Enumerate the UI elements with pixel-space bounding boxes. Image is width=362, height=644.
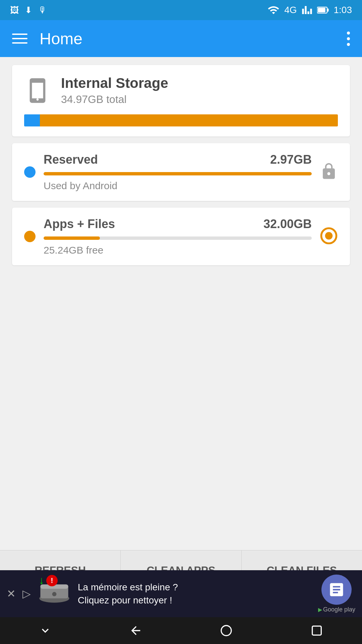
network-type: 4G (284, 5, 297, 15)
storage-card-header: Internal Storage 34.97GB total (24, 75, 338, 106)
apps-content: Apps + Files 32.00GB 25.24GB free (44, 217, 312, 256)
ad-close-button[interactable]: ✕ (7, 587, 16, 600)
reserved-sub: Used by Android (44, 180, 117, 191)
clock: 1:03 (334, 5, 352, 15)
storage-title: Internal Storage (61, 75, 168, 91)
apps-sub: 25.24GB free (44, 245, 103, 256)
nav-back-button[interactable] (129, 624, 142, 637)
reserved-title-row: Reserved 2.97GB (44, 153, 312, 167)
app-bar: Home (0, 20, 362, 57)
nav-bar (0, 617, 362, 644)
reserved-card: Reserved 2.97GB Used by Android (12, 143, 350, 201)
image-icon: 🖼 (10, 5, 19, 15)
reserved-size: 2.97GB (270, 153, 312, 167)
ad-play-button[interactable]: ▷ (22, 587, 31, 600)
apps-files-row: Apps + Files 32.00GB 25.24GB free (24, 217, 338, 256)
storage-info: Internal Storage 34.97GB total (61, 75, 168, 106)
google-play-badge: ▶ Google play (318, 606, 355, 613)
lock-icon (320, 162, 338, 182)
ad-text: La mémoire est pleine ? Cliquez pour net… (78, 581, 311, 607)
page-title: Home (40, 30, 347, 48)
mic-icon: 🎙 (38, 5, 47, 15)
reserved-bar-fill (44, 172, 312, 175)
apps-bar-fill (44, 236, 100, 240)
menu-button[interactable] (12, 34, 27, 44)
nav-home-button[interactable] (220, 624, 233, 637)
reserved-bar (44, 172, 312, 175)
reserved-content: Reserved 2.97GB Used by Android (44, 153, 312, 192)
storage-bar-used (24, 114, 40, 126)
status-icons-left: 🖼 ⬇ 🎙 (10, 5, 47, 15)
svg-point-9 (221, 626, 231, 636)
apps-title-row: Apps + Files 32.00GB (44, 217, 312, 231)
ad-app-icon[interactable] (321, 575, 352, 605)
nav-down-button[interactable] (39, 624, 52, 637)
svg-rect-1 (327, 9, 329, 12)
radio-icon (320, 227, 338, 246)
svg-rect-10 (312, 626, 321, 635)
svg-point-8 (52, 592, 57, 596)
apps-size: 32.00GB (263, 217, 312, 231)
battery-icon (317, 5, 329, 15)
svg-point-4 (325, 232, 333, 240)
main-content: Internal Storage 34.97GB total Reserved … (0, 57, 362, 280)
apps-files-card: Apps + Files 32.00GB 25.24GB free (12, 208, 350, 265)
apps-label: Apps + Files (44, 217, 115, 231)
ad-warning-icon: ! (46, 575, 58, 586)
phone-icon (24, 75, 51, 106)
storage-progress-bar (24, 114, 338, 126)
download-icon: ⬇ (25, 5, 32, 15)
apps-bar (44, 236, 312, 240)
ad-banner[interactable]: ✕ ▷ ↓ ! La mémoire est pleine ? Cliquez … (0, 570, 362, 617)
ad-down-arrow: ↓ (39, 574, 44, 587)
storage-bar-reserved (40, 114, 338, 126)
wifi-icon (267, 4, 280, 16)
svg-rect-2 (318, 8, 325, 12)
storage-total: 34.97GB total (61, 93, 168, 106)
signal-icon (302, 4, 312, 16)
reserved-dot (24, 166, 36, 178)
ad-icon-group: ↓ ! (38, 577, 71, 610)
overflow-menu-button[interactable] (347, 32, 350, 46)
internal-storage-card: Internal Storage 34.97GB total (12, 65, 350, 137)
reserved-row: Reserved 2.97GB Used by Android (24, 153, 338, 192)
reserved-label: Reserved (44, 153, 98, 167)
apps-dot (24, 231, 36, 242)
status-icons-right: 4G 1:03 (267, 4, 352, 16)
status-bar: 🖼 ⬇ 🎙 4G 1:03 (0, 0, 362, 20)
nav-recents-button[interactable] (310, 624, 323, 637)
